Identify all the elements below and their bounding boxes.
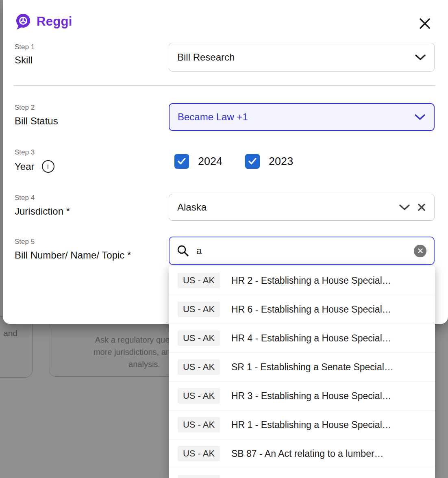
jurisdiction-badge: US - AK <box>178 417 220 432</box>
info-icon[interactable]: i <box>42 160 54 173</box>
list-item[interactable]: US - AK HR 1 - Establishing a House Spec… <box>169 411 435 439</box>
jurisdiction-badge: US - AK <box>178 330 220 346</box>
jurisdiction-badge: US - AK <box>178 388 220 404</box>
clear-icon <box>417 203 426 212</box>
list-item[interactable]: US - AK HR 3 - Establishing a House Spec… <box>169 382 435 411</box>
chevron-down-icon <box>399 204 410 211</box>
step4-kicker: Step 4 <box>15 194 35 202</box>
jurisdiction-badge: US - AK <box>178 302 220 317</box>
chevron-down-icon <box>415 54 426 61</box>
step3-title: Year i <box>15 160 54 173</box>
chevron-down-icon <box>414 114 426 120</box>
jurisdiction-badge: US - AK <box>178 359 220 375</box>
step3-title-text: Year <box>15 161 35 172</box>
year-checkbox-group: 2024 2023 <box>174 154 293 169</box>
check-icon <box>248 157 257 165</box>
close-button[interactable] <box>417 15 433 32</box>
year-2023-label: 2023 <box>269 155 293 168</box>
jurisdiction-select[interactable]: Alaska <box>169 194 435 221</box>
search-icon <box>177 245 189 257</box>
app-viewport: and Ask a regulatory question a more jur… <box>0 0 448 478</box>
step5-title: Bill Number/ Name/ Topic * <box>15 250 131 261</box>
result-title: HR 1 - Establishing a House Special… <box>231 419 391 430</box>
step5-kicker: Step 5 <box>15 238 35 246</box>
year-2024-label: 2024 <box>198 155 222 168</box>
jurisdiction-badge: US - AK <box>178 273 220 288</box>
jurisdiction-value: Alaska <box>177 202 207 213</box>
list-item[interactable]: US - AK HR 2 - Establishing a House Spec… <box>169 266 435 295</box>
brand-title: Reggi <box>37 14 72 29</box>
step2-kicker: Step 2 <box>15 104 35 112</box>
bill-status-select[interactable]: Became Law +1 <box>169 103 435 131</box>
jurisdiction-badge: US - AK <box>178 446 220 461</box>
reggi-logo-icon <box>15 13 32 30</box>
bill-search-field <box>169 237 435 265</box>
clear-search-button[interactable] <box>414 245 426 257</box>
year-2024-checkbox[interactable] <box>174 154 189 169</box>
list-item[interactable] <box>169 468 435 478</box>
step2-title: Bill Status <box>15 115 58 127</box>
clear-jurisdiction-button[interactable] <box>417 203 426 212</box>
step3-kicker: Step 3 <box>15 148 35 156</box>
bill-search-input[interactable] <box>196 245 414 257</box>
jurisdiction-badge <box>178 475 220 478</box>
result-title: HR 3 - Establishing a House Special… <box>231 391 391 402</box>
skill-select[interactable]: Bill Research <box>169 43 435 72</box>
check-icon <box>177 157 186 165</box>
list-item[interactable]: US - AK SR 1 - Establishing a Senate Spe… <box>169 353 435 382</box>
year-2023-checkbox[interactable] <box>245 154 260 169</box>
search-results-dropdown: US - AK HR 2 - Establishing a House Spec… <box>169 266 435 478</box>
result-title: HR 2 - Establishing a House Special… <box>231 275 391 286</box>
result-title: SR 1 - Establishing a Senate Special… <box>231 362 394 373</box>
step1-kicker: Step 1 <box>15 43 35 51</box>
list-item[interactable]: US - AK SB 87 - An Act relating to a lum… <box>169 439 435 468</box>
result-title: HR 6 - Establishing a House Special… <box>231 304 391 315</box>
list-item[interactable]: US - AK HR 4 - Establishing a House Spec… <box>169 324 435 353</box>
result-title: HR 4 - Establishing a House Special… <box>231 333 391 344</box>
section-divider <box>13 85 435 86</box>
step1-title: Skill <box>15 54 33 66</box>
clear-icon <box>418 248 423 254</box>
brand-header: Reggi <box>15 13 72 30</box>
bill-status-value: Became Law +1 <box>178 111 248 123</box>
skill-select-value: Bill Research <box>177 52 235 63</box>
result-title: SB 87 - An Act relating to a lumber… <box>231 448 384 459</box>
close-icon <box>418 17 432 30</box>
list-item[interactable]: US - AK HR 6 - Establishing a House Spec… <box>169 295 435 324</box>
step4-title: Jurisdiction * <box>15 206 70 217</box>
